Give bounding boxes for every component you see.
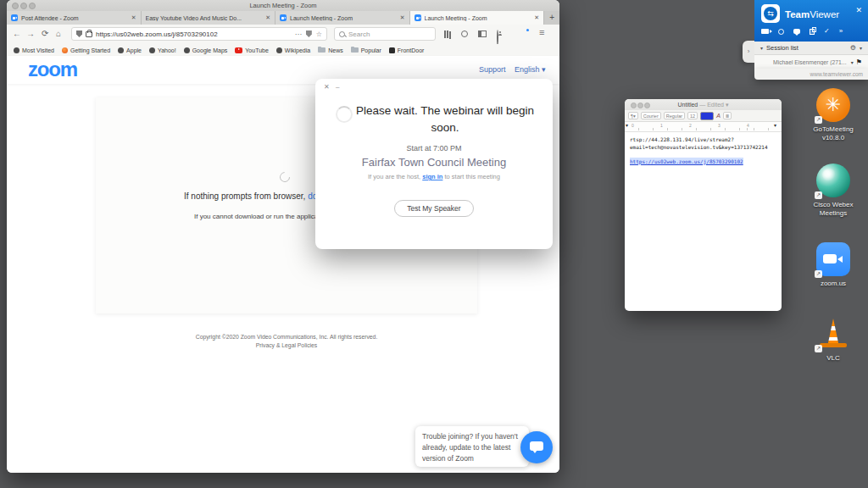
sign-in-link[interactable]: sign in xyxy=(422,173,442,180)
tracking-shield-icon[interactable] xyxy=(76,30,82,37)
bookmark-folder-news[interactable]: News xyxy=(318,47,343,53)
search-icon xyxy=(339,31,345,37)
chat-button[interactable] xyxy=(520,431,553,463)
support-link[interactable]: Support xyxy=(479,65,506,74)
highlight-color-button[interactable]: A xyxy=(716,113,721,119)
reload-icon[interactable]: ⟳ xyxy=(42,29,48,38)
close-icon[interactable]: ✕ xyxy=(855,6,862,14)
back-icon[interactable]: ← xyxy=(13,29,21,38)
lock-icon[interactable] xyxy=(86,31,92,37)
textedit-titlebar[interactable]: Untitled — Edited ▾ xyxy=(625,99,782,111)
desktop-icon-vlc[interactable]: ↗ VLC xyxy=(801,317,865,363)
session-list-item[interactable]: Michael Eisenmenger (271... ▾ ⚑ xyxy=(754,55,868,69)
video-icon[interactable] xyxy=(761,29,769,34)
flag-icon[interactable]: ⚑ xyxy=(856,58,862,66)
check-icon[interactable]: ✓ xyxy=(824,26,830,36)
alignment-button[interactable]: ≣ xyxy=(723,112,732,119)
chevron-down-icon[interactable]: ▾ xyxy=(860,45,862,51)
bookmark-folder-popular[interactable]: Popular xyxy=(351,47,381,53)
bookmark-yahoo[interactable]: Yahoo! xyxy=(149,47,176,53)
font-size-select[interactable]: 12 xyxy=(687,112,698,119)
bookmark-icon xyxy=(184,47,190,53)
search-bar[interactable]: Search xyxy=(334,27,436,41)
bookmarks-bar: Most Visited Getting Started Apple Yahoo… xyxy=(7,44,559,56)
alias-arrow-icon: ↗ xyxy=(815,191,822,199)
alias-arrow-icon: ↗ xyxy=(815,270,822,278)
tab-post-attendee[interactable]: Post Attendee - Zoom ✕ xyxy=(7,11,142,25)
browser-titlebar[interactable]: Launch Meeting - Zoom xyxy=(7,0,559,11)
panel-collapse-handle[interactable]: › xyxy=(743,41,754,63)
bookmark-google-maps[interactable]: Google Maps xyxy=(184,47,228,53)
home-icon[interactable]: ⌂ xyxy=(56,29,61,38)
font-family-select[interactable]: Courier xyxy=(641,112,661,119)
desktop: Launch Meeting - Zoom Post Attendee - Zo… xyxy=(0,0,868,488)
zoom-favicon-icon xyxy=(415,14,421,21)
notification-dot xyxy=(526,29,529,31)
document-body[interactable]: rtsp://44.228.131.94/live/stream2? email… xyxy=(625,131,782,169)
desktop-icon-zoom[interactable]: ↗ zoom.us xyxy=(801,242,865,288)
chat-icon[interactable] xyxy=(793,29,800,34)
zoom-meeting-link[interactable]: https://us02web.zoom.us/j/85703290102 xyxy=(630,158,743,165)
right-margin-marker[interactable]: ▾ xyxy=(774,122,776,128)
zoom-logo[interactable]: zoom xyxy=(28,58,77,81)
tab-close-icon[interactable]: ✕ xyxy=(400,14,405,21)
zoom-favicon-icon xyxy=(280,14,287,21)
page-actions-icon[interactable]: ⋯ xyxy=(295,30,302,38)
tab-close-icon[interactable]: ✕ xyxy=(265,14,270,21)
sidebar-icon[interactable] xyxy=(478,30,487,37)
session-list-header[interactable]: ▾ Session list ⚙ ▾ xyxy=(754,42,868,55)
desktop-icon-webex[interactable]: ↗ Cisco WebexMeetings xyxy=(801,164,865,219)
teamviewer-brand: TeamViewer xyxy=(785,9,839,19)
youtube-icon xyxy=(235,47,242,53)
bookmark-wikipedia[interactable]: Wikipedia xyxy=(276,47,310,53)
pocket-icon[interactable] xyxy=(306,30,312,37)
folder-icon xyxy=(351,47,359,53)
library-icon[interactable] xyxy=(444,30,446,38)
audio-icon[interactable] xyxy=(778,29,784,35)
text-color-swatch[interactable] xyxy=(700,112,714,120)
copyright-text: Copyright ©2020 Zoom Video Communication… xyxy=(96,334,477,340)
bookmark-getting-started[interactable]: Getting Started xyxy=(62,47,110,53)
bookmark-star-icon[interactable]: ☆ xyxy=(316,30,322,38)
window-title: Launch Meeting - Zoom xyxy=(7,0,559,11)
tab-close-icon[interactable]: ✕ xyxy=(534,14,539,21)
tab-launch-meeting-active[interactable]: Launch Meeting - Zoom ✕ xyxy=(410,11,545,25)
dialog-minimize-icon[interactable]: – xyxy=(336,83,339,91)
document-title: Untitled — Edited ▾ xyxy=(625,99,782,110)
chat-bubble-icon xyxy=(530,441,543,451)
email-key-line: email=tech@novastelevision.tv&key=137137… xyxy=(630,143,776,151)
folder-icon xyxy=(318,47,326,53)
url-bar[interactable]: https://us02web.zoom.us/j/85703290102 ⋯ … xyxy=(71,27,327,41)
chevron-down-icon: ▾ xyxy=(760,45,763,51)
font-style-select[interactable]: Regular xyxy=(664,112,685,119)
menu-icon[interactable]: ≡ xyxy=(539,27,544,37)
more-icon[interactable]: » xyxy=(839,26,843,36)
test-speaker-button[interactable]: Test My Speaker xyxy=(394,200,473,217)
teamviewer-toolbar: ✓ » xyxy=(761,26,843,36)
textedit-window: Untitled — Edited ▾ ¶▾ Courier Regular 1… xyxy=(625,99,782,311)
tab-easy-youtube[interactable]: Easy Youtube Video And Music Do... ✕ xyxy=(142,11,276,25)
fallback-prompt: If you cannot download or run the applic… xyxy=(194,213,334,220)
chevron-down-icon[interactable]: ▾ xyxy=(851,59,854,65)
tab-close-icon[interactable]: ✕ xyxy=(131,14,136,21)
dialog-actions: Test My Speaker xyxy=(315,199,553,217)
file-transfer-icon[interactable] xyxy=(810,29,815,35)
tab-launch-meeting-1[interactable]: Launch Meeting - Zoom ✕ xyxy=(275,11,410,25)
forward-icon[interactable]: → xyxy=(26,29,35,38)
new-tab-button[interactable]: + xyxy=(544,11,559,25)
left-margin-marker[interactable]: ▾ xyxy=(626,122,628,128)
bookmark-frontdoor[interactable]: FrontDoor xyxy=(389,47,425,53)
teamviewer-footer-url: www.teamviewer.com xyxy=(754,69,868,80)
bookmark-most-visited[interactable]: Most Visited xyxy=(14,47,54,53)
format-toolbar: ¶▾ Courier Regular 12 A ≣ xyxy=(625,110,782,122)
paragraph-style-select[interactable]: ¶▾ xyxy=(628,112,638,119)
url-text[interactable]: https://us02web.zoom.us/j/85703290102 xyxy=(96,30,295,38)
legal-links[interactable]: Privacy & Legal Policies xyxy=(96,342,477,348)
sync-icon[interactable] xyxy=(461,30,468,37)
bookmark-youtube[interactable]: YouTube xyxy=(235,47,269,53)
gear-icon[interactable]: ⚙ xyxy=(850,44,856,52)
desktop-icon-gotomeeting[interactable]: ✳ ↗ GoToMeetingv10.8.0 xyxy=(801,88,865,143)
language-selector[interactable]: English ▾ xyxy=(515,65,546,74)
dialog-close-icon[interactable]: ✕ xyxy=(324,83,330,91)
bookmark-apple[interactable]: Apple xyxy=(118,47,142,53)
